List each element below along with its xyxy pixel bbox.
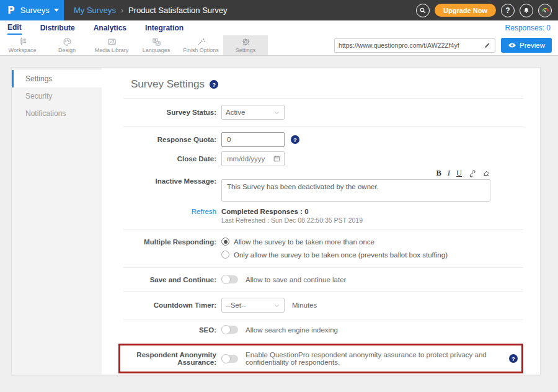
response-quota-label: Response Quota: — [123, 136, 216, 143]
anonymity-help-icon[interactable]: ? — [509, 354, 518, 363]
chevron-down-icon — [273, 109, 280, 116]
languages-translate-icon: A — [152, 37, 161, 47]
sidebar-item-security[interactable]: Security — [12, 87, 102, 105]
inactive-message-label: Inactive Message: — [123, 169, 216, 185]
completed-responses-text: Completed Responses : 0 — [221, 208, 363, 215]
responses-count[interactable]: Responses: 0 — [505, 24, 551, 32]
notifications-bell-icon[interactable] — [520, 4, 533, 17]
upgrade-now-button[interactable]: Upgrade Now — [435, 4, 496, 17]
top-header-bar: P Surveys My Surveys › Product Satisfact… — [0, 0, 558, 20]
edit-url-pencil-icon[interactable] — [484, 42, 491, 49]
richtext-toolbar: B I U — [221, 169, 490, 179]
survey-url-input[interactable] — [339, 42, 484, 49]
design-palette-icon — [63, 37, 72, 47]
breadcrumb-separator: › — [121, 6, 123, 15]
radio-allow-multiple[interactable] — [221, 238, 229, 246]
preview-button[interactable]: Preview — [501, 38, 552, 53]
chevron-down-icon — [273, 302, 280, 309]
survey-url-field[interactable] — [334, 38, 495, 53]
search-icon[interactable] — [416, 4, 430, 17]
tab-workspace[interactable]: Workspace — [0, 35, 45, 55]
account-gauge-avatar-icon[interactable] — [538, 4, 552, 17]
title-help-icon[interactable]: ? — [210, 80, 218, 89]
sidebar-item-notifications[interactable]: Notifications — [12, 105, 102, 122]
workspace-icon — [18, 37, 27, 47]
close-date-label: Close Date: — [123, 155, 216, 163]
bold-icon[interactable]: B — [436, 169, 441, 178]
countdown-suffix: Minutes — [292, 301, 317, 309]
save-continue-toggle[interactable] — [221, 275, 238, 283]
italic-icon[interactable]: I — [448, 169, 450, 178]
response-quota-help-icon[interactable]: ? — [291, 135, 299, 144]
breadcrumb: My Surveys › Product Satisfaction Survey — [74, 6, 228, 15]
countdown-timer-select[interactable]: --Set-- — [221, 298, 285, 313]
help-icon[interactable]: ? — [501, 4, 515, 17]
media-library-icon — [107, 37, 117, 47]
app-menu-label: Surveys — [20, 6, 50, 15]
nav-tab-analytics[interactable]: Analytics — [94, 22, 126, 34]
anonymity-label: Respondent Anonymity Assurance: — [123, 351, 216, 366]
seo-toggle[interactable] — [221, 326, 238, 334]
tab-finish-options[interactable]: Finish Options — [179, 35, 223, 55]
settings-gear-icon — [241, 37, 250, 47]
link-icon[interactable] — [468, 169, 476, 177]
clear-format-eraser-icon[interactable] — [482, 169, 490, 177]
tab-languages[interactable]: A Languages — [134, 35, 179, 55]
countdown-timer-label: Countdown Timer: — [123, 301, 216, 309]
caret-down-icon — [54, 9, 59, 12]
nav-tab-distribute[interactable]: Distribute — [40, 22, 75, 34]
underline-icon[interactable]: U — [456, 169, 462, 178]
survey-status-select[interactable]: Active — [221, 105, 285, 120]
refresh-link[interactable]: Refresh — [192, 208, 216, 215]
breadcrumb-my-surveys[interactable]: My Surveys — [74, 6, 116, 15]
brand-menu[interactable]: P Surveys — [0, 0, 64, 20]
settings-content: Survey Settings ? Survey Status: Active … — [102, 68, 540, 375]
eye-icon — [508, 41, 516, 50]
anonymity-highlight-box: Respondent Anonymity Assurance: Enable Q… — [118, 344, 523, 373]
survey-nav-tabs: Edit Distribute Analytics Integration Re… — [0, 20, 558, 35]
response-quota-input[interactable] — [221, 132, 285, 147]
seo-label: SEO: — [123, 326, 216, 334]
tab-media-library[interactable]: Media Library — [89, 35, 134, 55]
tab-settings[interactable]: Settings — [223, 35, 268, 55]
questionpro-logo-icon: P — [7, 4, 15, 16]
page-title: Survey Settings — [131, 78, 205, 91]
calendar-icon[interactable] — [273, 154, 281, 163]
finish-options-wand-icon — [197, 37, 206, 47]
sidebar-item-settings[interactable]: Settings — [12, 70, 102, 87]
anonymity-toggle[interactable] — [221, 355, 238, 363]
inactive-message-textarea[interactable]: This Survey has been deactivated by the … — [221, 179, 490, 202]
settings-sidebar: Settings Security Notifications — [12, 68, 102, 375]
last-refreshed-text: Last Refreshed : Sun Dec 08 22:50:35 PST… — [221, 216, 363, 224]
tab-design[interactable]: Design — [45, 35, 89, 55]
survey-status-label: Survey Status: — [123, 109, 216, 116]
settings-card: Settings Security Notifications Survey S… — [11, 67, 541, 375]
save-continue-label: Save and Continue: — [123, 276, 216, 283]
multiple-responding-label: Multiple Responding: — [123, 238, 216, 246]
nav-tab-edit[interactable]: Edit — [7, 21, 22, 35]
nav-tab-integration[interactable]: Integration — [145, 22, 184, 34]
radio-allow-once[interactable] — [221, 251, 229, 259]
breadcrumb-current-survey: Product Satisfaction Survey — [128, 6, 228, 15]
edit-toolbar: Workspace Design Media Library A Languag… — [0, 35, 558, 56]
